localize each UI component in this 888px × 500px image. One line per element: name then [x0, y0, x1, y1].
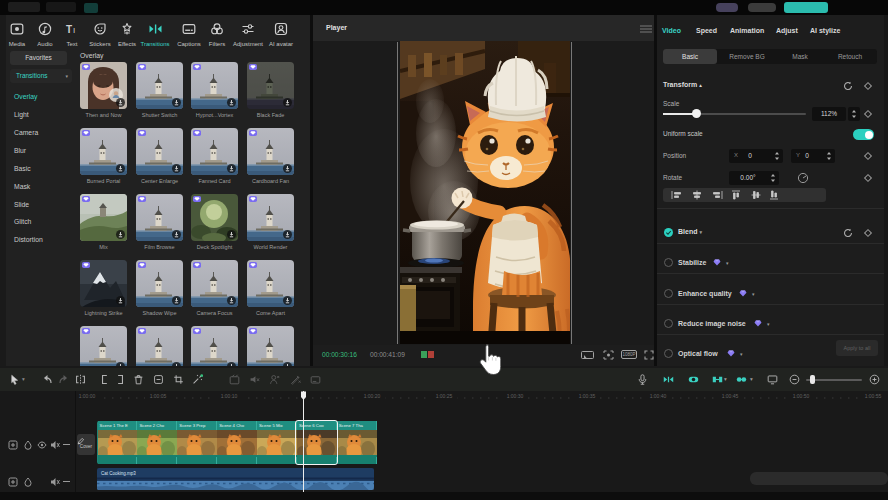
svg-text:T: T [66, 24, 72, 35]
svg-text:I: I [73, 26, 75, 35]
